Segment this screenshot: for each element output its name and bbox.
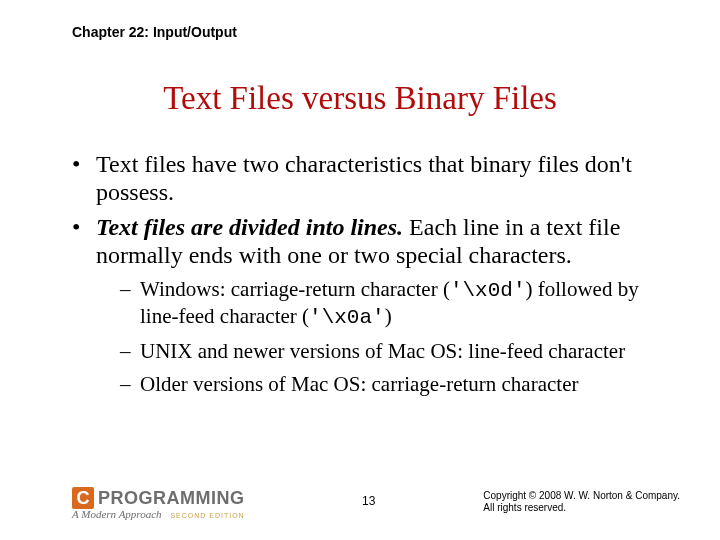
sub-bullet-3: Older versions of Mac OS: carriage-retur… bbox=[120, 372, 662, 397]
slide-body: Text files have two characteristics that… bbox=[72, 150, 662, 404]
sub1-code1: '\x0d' bbox=[450, 279, 526, 302]
logo-c-badge: C bbox=[72, 487, 94, 509]
logo-subtitle: A Modern Approach SECOND EDITION bbox=[72, 508, 292, 520]
sub1-code2: '\x0a' bbox=[309, 306, 385, 329]
sub1-a: Windows: carriage-return character ( bbox=[140, 277, 450, 301]
bullet-1: Text files have two characteristics that… bbox=[72, 150, 662, 207]
slide-title: Text Files versus Binary Files bbox=[0, 80, 720, 117]
sub3-text: Older versions of Mac OS: carriage-retur… bbox=[140, 372, 578, 396]
copyright: Copyright © 2008 W. W. Norton & Company.… bbox=[483, 490, 680, 514]
logo-sub-text: A Modern Approach bbox=[72, 508, 162, 520]
sub-bullet-2: UNIX and newer versions of Mac OS: line-… bbox=[120, 339, 662, 364]
copyright-line2: All rights reserved. bbox=[483, 502, 680, 514]
book-logo: C PROGRAMMING A Modern Approach SECOND E… bbox=[72, 487, 292, 520]
bullet-2-lead: Text files are divided into lines. bbox=[96, 214, 403, 240]
logo-text: PROGRAMMING bbox=[98, 488, 245, 509]
chapter-label: Chapter 22: Input/Output bbox=[72, 24, 237, 40]
logo-edition: SECOND EDITION bbox=[170, 512, 244, 519]
sub1-c: ) bbox=[385, 304, 392, 328]
page-number: 13 bbox=[362, 494, 375, 508]
copyright-line1: Copyright © 2008 W. W. Norton & Company. bbox=[483, 490, 680, 502]
sub2-text: UNIX and newer versions of Mac OS: line-… bbox=[140, 339, 625, 363]
footer: C PROGRAMMING A Modern Approach SECOND E… bbox=[72, 480, 680, 520]
sub-bullet-1: Windows: carriage-return character ('\x0… bbox=[120, 277, 662, 331]
bullet-2: Text files are divided into lines. Each … bbox=[72, 213, 662, 397]
bullet-1-text: Text files have two characteristics that… bbox=[96, 151, 632, 205]
slide: Chapter 22: Input/Output Text Files vers… bbox=[0, 0, 720, 540]
